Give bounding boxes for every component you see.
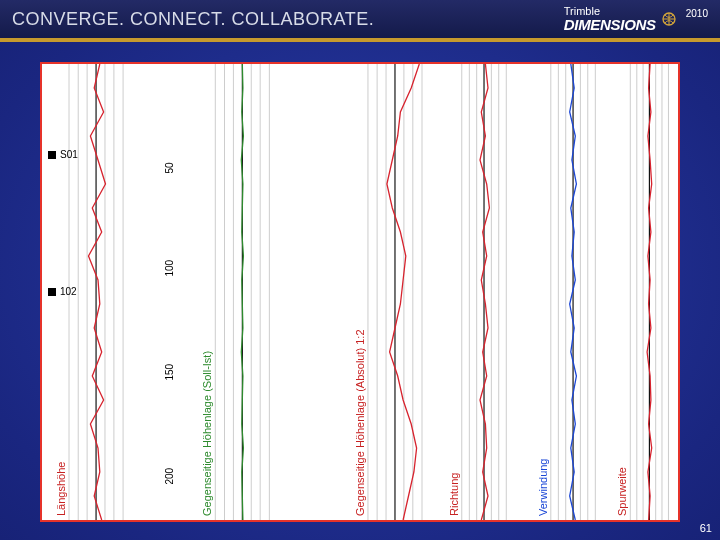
globe-icon (660, 10, 678, 28)
legend-label: 102 (60, 286, 77, 297)
legend-entry: S01 (48, 149, 78, 160)
page-number: 61 (700, 522, 712, 534)
brand-year: 2010 (686, 8, 708, 19)
strip-chart: LängshöheGegenseitige Höhenlage (Soll-Is… (42, 64, 678, 520)
brand-logo: Trimble DIMENSIONS 2010 (564, 6, 708, 32)
legend-swatch (48, 288, 56, 296)
legend-entry: 102 (48, 286, 77, 297)
header-bar: CONVERGE. CONNECT. COLLABORATE. Trimble … (0, 0, 720, 42)
brand-main: DIMENSIONS (564, 17, 656, 32)
tagline-text: CONVERGE. CONNECT. COLLABORATE. (12, 9, 374, 30)
strip-chart-container: LängshöheGegenseitige Höhenlage (Soll-Is… (40, 62, 680, 522)
legend-label: S01 (60, 149, 78, 160)
legend-swatch (48, 151, 56, 159)
